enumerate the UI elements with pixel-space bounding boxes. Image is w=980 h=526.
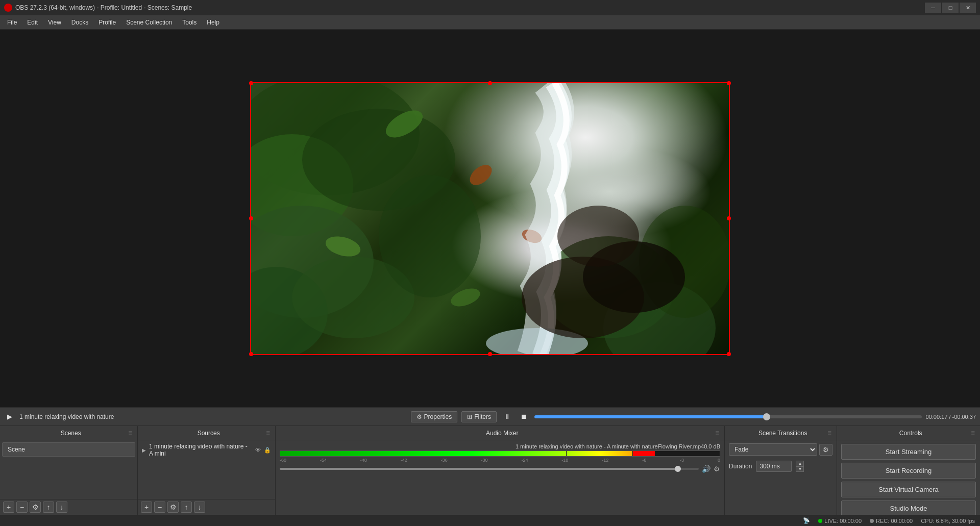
scenes-panel-title: Scenes bbox=[14, 430, 127, 437]
audio-settings-button[interactable]: ⚙ bbox=[714, 465, 720, 473]
menu-item-view[interactable]: View bbox=[43, 17, 66, 28]
svg-point-16 bbox=[522, 257, 644, 338]
svg-point-5 bbox=[292, 257, 414, 338]
volume-thumb[interactable] bbox=[675, 466, 681, 472]
duration-input[interactable] bbox=[756, 461, 792, 472]
handle-tl[interactable] bbox=[249, 81, 253, 85]
scene-transitions-panel: Scene Transitions ≡ Fade Cut Swipe Slide… bbox=[725, 426, 837, 515]
svg-point-1 bbox=[251, 134, 353, 236]
sources-panel-title: Sources bbox=[152, 430, 265, 437]
handle-tr[interactable] bbox=[727, 81, 731, 85]
scenes-panel-menu-button[interactable]: ≡ bbox=[127, 429, 133, 437]
properties-button[interactable]: ⚙ Properties bbox=[411, 411, 458, 422]
sources-config-button[interactable]: ⚙ bbox=[167, 502, 179, 513]
handle-mr[interactable] bbox=[727, 216, 731, 220]
scenes-toolbar: + − ⚙ ↑ ↓ bbox=[0, 499, 137, 515]
menu-item-docks[interactable]: Docks bbox=[66, 17, 93, 28]
audio-controls: 🔊 ⚙ bbox=[280, 465, 720, 473]
sources-down-button[interactable]: ↓ bbox=[194, 502, 205, 513]
handle-tm[interactable] bbox=[488, 81, 492, 85]
svg-point-18 bbox=[557, 206, 639, 267]
controls-panel-menu-button[interactable]: ≡ bbox=[970, 429, 976, 437]
volume-slider[interactable] bbox=[280, 468, 699, 470]
db-markers: -60 -54 -48 -42 -36 -30 -24 -18 -12 -6 -… bbox=[280, 458, 720, 463]
minimize-button[interactable]: ─ bbox=[925, 3, 941, 13]
svg-point-10 bbox=[381, 105, 427, 143]
scenes-remove-button[interactable]: − bbox=[16, 502, 28, 513]
svg-point-8 bbox=[603, 282, 716, 354]
network-icon: 📡 bbox=[803, 517, 810, 524]
preview-area[interactable] bbox=[0, 30, 980, 407]
audio-mixer-title: Audio Mixer bbox=[290, 430, 714, 437]
sources-remove-button[interactable]: − bbox=[154, 502, 165, 513]
handle-br[interactable] bbox=[727, 352, 731, 356]
source-item-label: 1 minute relaxing video with nature - A … bbox=[149, 443, 252, 457]
play-button[interactable]: ▶ bbox=[4, 411, 15, 422]
audio-level-meter bbox=[280, 450, 720, 457]
menu-item-edit[interactable]: Edit bbox=[22, 17, 43, 28]
transition-type-select[interactable]: Fade Cut Swipe Slide Fade to Color Luma … bbox=[729, 443, 817, 456]
menu-item-tools[interactable]: Tools bbox=[177, 17, 202, 28]
handle-bm[interactable] bbox=[488, 352, 492, 356]
sources-add-button[interactable]: + bbox=[141, 502, 152, 513]
titlebar-title: OBS 27.2.3 (64-bit, windows) - Profile: … bbox=[15, 4, 192, 11]
audio-mixer-panel: Audio Mixer ≡ 1 minute relaxing video wi… bbox=[276, 426, 725, 515]
pause-button[interactable]: ⏸ bbox=[501, 411, 513, 422]
start-recording-button[interactable]: Start Recording bbox=[841, 463, 976, 479]
scenes-list: Scene bbox=[0, 440, 137, 499]
sources-panel: Sources ≡ ▶ 1 minute relaxing video with… bbox=[138, 426, 276, 515]
progress-track[interactable] bbox=[534, 415, 922, 418]
menu-item-profile[interactable]: Profile bbox=[93, 17, 121, 28]
svg-point-4 bbox=[251, 267, 328, 354]
scenes-up-button[interactable]: ↑ bbox=[43, 502, 54, 513]
scene-item[interactable]: Scene bbox=[2, 442, 135, 457]
stop-button[interactable]: ⏹ bbox=[518, 411, 530, 422]
svg-point-12 bbox=[449, 285, 483, 310]
cpu-status: CPU: 6.8%, 30.00 fps bbox=[921, 518, 975, 524]
obs-app-icon bbox=[4, 4, 12, 12]
start-streaming-button[interactable]: Start Streaming bbox=[841, 444, 976, 460]
svg-point-2 bbox=[302, 109, 455, 211]
menubar: FileEditViewDocksProfileScene Collection… bbox=[0, 15, 980, 30]
svg-point-9 bbox=[639, 206, 729, 318]
transition-select-row: Fade Cut Swipe Slide Fade to Color Luma … bbox=[725, 440, 837, 459]
audio-channel-name: 1 minute relaxing video with nature - A … bbox=[516, 443, 704, 449]
scenes-down-button[interactable]: ↓ bbox=[56, 502, 67, 513]
sources-toolbar: + − ⚙ ↑ ↓ bbox=[138, 499, 275, 515]
rec-dot bbox=[870, 519, 874, 523]
svg-point-0 bbox=[251, 83, 420, 195]
start-virtual-camera-button[interactable]: Start Virtual Camera bbox=[841, 482, 976, 497]
menu-item-scene-collection[interactable]: Scene Collection bbox=[121, 17, 177, 28]
scenes-config-button[interactable]: ⚙ bbox=[30, 502, 41, 513]
handle-bl[interactable] bbox=[249, 352, 253, 356]
titlebar-left: OBS 27.2.3 (64-bit, windows) - Profile: … bbox=[4, 4, 192, 12]
transition-config-button[interactable]: ⚙ bbox=[819, 444, 832, 456]
source-item[interactable]: ▶ 1 minute relaxing video with nature - … bbox=[138, 440, 275, 460]
sources-up-button[interactable]: ↑ bbox=[181, 502, 192, 513]
filters-button[interactable]: ⊞ Filters bbox=[461, 411, 497, 422]
scenes-add-button[interactable]: + bbox=[3, 502, 14, 513]
maximize-button[interactable]: □ bbox=[942, 3, 959, 13]
rec-status: REC: 00:00:00 bbox=[870, 518, 913, 524]
sources-panel-menu-button[interactable]: ≡ bbox=[265, 429, 271, 437]
svg-point-13 bbox=[466, 161, 496, 189]
progress-thumb[interactable] bbox=[763, 413, 770, 420]
studio-mode-button[interactable]: Studio Mode bbox=[841, 500, 976, 516]
duration-down-button[interactable]: ▼ bbox=[796, 466, 804, 472]
controls-panel: Controls ≡ Start Streaming Start Recordi… bbox=[837, 426, 980, 515]
close-button[interactable]: ✕ bbox=[960, 3, 976, 13]
handle-ml[interactable] bbox=[249, 216, 253, 220]
network-icon-status: 📡 bbox=[803, 517, 810, 524]
scenes-panel-header: Scenes ≡ bbox=[0, 426, 137, 440]
source-lock-icon: 🔒 bbox=[264, 447, 271, 454]
duration-row: Duration ▲ ▼ bbox=[725, 459, 837, 474]
audio-mixer-menu-button[interactable]: ≡ bbox=[714, 429, 720, 437]
duration-up-button[interactable]: ▲ bbox=[796, 461, 804, 466]
transitions-panel-menu-button[interactable]: ≡ bbox=[826, 429, 832, 437]
menu-item-help[interactable]: Help bbox=[202, 17, 225, 28]
mute-button[interactable]: 🔊 bbox=[702, 465, 710, 473]
transitions-panel-header: Scene Transitions ≡ bbox=[725, 426, 837, 440]
menu-item-file[interactable]: File bbox=[2, 17, 22, 28]
controls-buttons-container: Start Streaming Start Recording Start Vi… bbox=[837, 440, 980, 526]
transport-bar: ▶ 1 minute relaxing video with nature ⚙ … bbox=[0, 407, 980, 425]
